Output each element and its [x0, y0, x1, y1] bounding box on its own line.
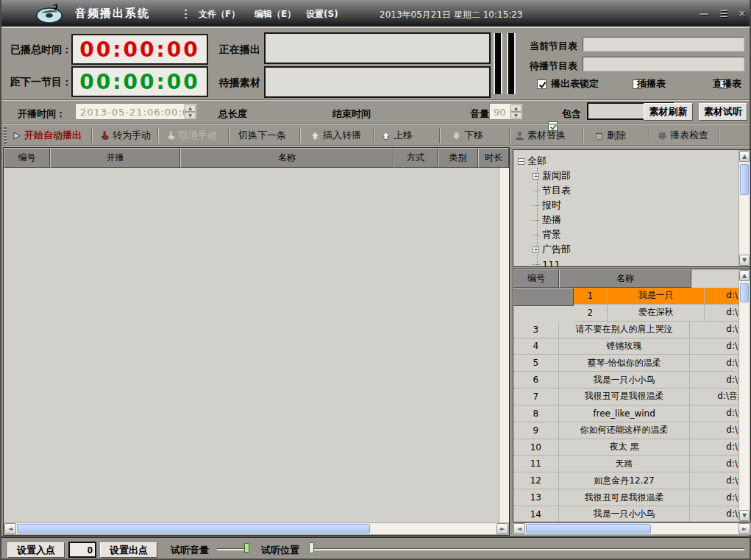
toolbar-button-label: 插入转播 — [323, 129, 361, 142]
scroll-left-icon[interactable]: ◄ — [513, 523, 525, 534]
material-row[interactable]: 12如意金丹12.27d:\音 — [513, 472, 750, 489]
toolbar-button-取消手动[interactable]: 取消手动 — [166, 127, 217, 143]
playlist-hscrollbar[interactable]: ◄ ► — [4, 522, 509, 535]
material-table-body: 1我是一只d:\音2爱在深秋d:\音3请不要在别人的肩上哭泣d:\音4铿锵玫瑰d… — [513, 288, 750, 522]
material-column-编号[interactable]: 编号 — [513, 269, 559, 288]
toolbar-button-插入转播[interactable]: 插入转播 — [310, 127, 361, 143]
toolbar-button-删除[interactable]: 删除 — [594, 127, 626, 143]
material-hscroll-thumb[interactable] — [526, 524, 651, 534]
material-refresh-button[interactable]: 素材刷新 — [644, 103, 693, 121]
scroll-right-icon[interactable]: ► — [738, 523, 750, 534]
start-time-spin-buttons[interactable]: ▲▼ — [185, 104, 196, 118]
tree-item-111[interactable]: 111 — [533, 257, 560, 267]
material-row[interactable]: 9你如何还能这样的温柔d:\音 — [513, 422, 750, 439]
checkbox-播出表锁定[interactable] — [537, 79, 547, 89]
material-vscrollbar[interactable]: ▲ ▼ — [738, 269, 750, 522]
toolbar-button-上移[interactable]: 上移 — [381, 127, 413, 143]
maximize-icon[interactable]: ☰ — [717, 7, 730, 19]
tree-item-垫播[interactable]: 垫播 — [533, 213, 561, 227]
scroll-up-icon[interactable]: ▲ — [739, 151, 750, 162]
material-row[interactable]: 13我很丑可是我很温柔d:\音 — [513, 489, 750, 506]
material-vscroll-thumb[interactable] — [740, 283, 749, 302]
material-column-名称[interactable]: 名称 — [559, 269, 691, 288]
current-playlist-input[interactable] — [583, 37, 744, 52]
checkbox-label: 插播表 — [637, 77, 666, 91]
material-row[interactable]: 10夜太 黑d:\音 — [513, 439, 750, 456]
toolbar-separator — [157, 128, 159, 143]
menu-edit[interactable]: 编辑（E） — [255, 8, 296, 21]
scroll-down-icon[interactable]: ▼ — [739, 510, 750, 521]
material-row[interactable]: 8free_like_windd:\音 — [513, 405, 750, 422]
material-row[interactable]: 1我是一只d:\音 — [574, 288, 750, 305]
material-name: 天路 — [559, 456, 691, 472]
playlist-vscrollbar[interactable] — [499, 168, 509, 522]
minimize-icon[interactable]: — — [697, 7, 711, 19]
material-name: 铿锵玫瑰 — [559, 339, 691, 355]
toolbar-button-开始自动播出[interactable]: 开始自动播出 — [12, 127, 82, 143]
material-row[interactable]: 7我很丑可是我很温柔d:\音频 — [513, 389, 750, 405]
start-time-spinner[interactable]: 2013-05-21:06:00:00 ▲▼ — [75, 103, 197, 120]
total-length-label: 总长度 — [218, 107, 247, 121]
toolbar-button-切换下一条[interactable]: 切换下一条 — [238, 127, 286, 143]
volume-spin-buttons[interactable]: ▲▼ — [510, 104, 522, 118]
material-row[interactable]: 5蔡琴-恰似你的温柔d:\音 — [513, 355, 750, 372]
tree-item-背景[interactable]: 背景 — [533, 227, 561, 242]
tree-vscroll-thumb[interactable] — [740, 164, 749, 195]
scroll-right-icon[interactable]: ► — [496, 523, 508, 534]
volume-spinner[interactable]: 90 ▲▼ — [489, 103, 523, 120]
close-icon[interactable]: ✕ — [736, 7, 749, 19]
material-audition-button[interactable]: 素材试听 — [699, 103, 747, 121]
playlist-hscroll-thumb[interactable] — [17, 524, 370, 534]
material-column-path[interactable] — [513, 288, 574, 306]
scroll-up-icon[interactable]: ▲ — [739, 270, 750, 281]
toolbar-button-素材替换[interactable]: 素材替换 — [515, 127, 566, 143]
pending-playlist-input[interactable] — [583, 57, 744, 71]
playlist-column-开播[interactable]: 开播 — [50, 148, 180, 168]
scroll-down-icon[interactable]: ▼ — [739, 255, 750, 266]
playlist-column-时长[interactable]: 时长 — [478, 148, 509, 168]
playlist-column-类别[interactable]: 类别 — [438, 148, 478, 168]
audition-volume-thumb[interactable] — [244, 543, 249, 553]
material-row[interactable]: 6我是一只小小鸟d:\音 — [513, 372, 750, 389]
tree-vscrollbar[interactable]: ▲ ▼ — [738, 150, 750, 266]
toolbar-button-label: 切换下一条 — [238, 129, 286, 142]
audition-position-thumb[interactable] — [309, 542, 314, 553]
toolbar-button-label: 转为手动 — [113, 129, 151, 142]
app-title: 音频播出系统 — [75, 7, 150, 21]
menu-file[interactable]: 文件（F） — [199, 8, 240, 21]
tree-item-新闻部[interactable]: +新闻部 — [533, 169, 571, 183]
toolbar-button-转为手动[interactable]: 转为手动 — [100, 127, 151, 143]
material-row[interactable]: 14我是一只小小鸟d:\音 — [513, 506, 750, 522]
next-program-display: 00:00:00 — [71, 66, 208, 97]
playlist-column-编号[interactable]: 编号 — [4, 148, 50, 168]
tree-branch-line — [533, 191, 540, 191]
playlist-column-名称[interactable]: 名称 — [180, 148, 394, 168]
expand-icon[interactable]: + — [533, 173, 539, 180]
set-out-point-button[interactable]: 设置出点 — [100, 542, 157, 558]
toolbar-separator — [299, 128, 301, 143]
in-point-input[interactable] — [68, 542, 96, 558]
collapse-icon[interactable]: − — [518, 158, 524, 165]
toolbar-button-下移[interactable]: 下移 — [452, 127, 483, 143]
tree-item-报时[interactable]: 报时 — [533, 198, 561, 213]
tree-item-广告部[interactable]: +广告部 — [533, 242, 571, 257]
material-row[interactable]: 4铿锵玫瑰d:\音 — [513, 339, 750, 355]
material-id: 10 — [513, 439, 559, 456]
audition-position-slider[interactable] — [309, 548, 744, 550]
material-row[interactable]: 3请不要在别人的肩上哭泣d:\音 — [513, 322, 750, 339]
material-row[interactable]: 11天路d:\音 — [513, 456, 750, 472]
material-row[interactable]: 2爱在深秋d:\音 — [574, 305, 750, 322]
playlist-column-方式[interactable]: 方式 — [394, 148, 438, 168]
tree-item-全部[interactable]: −全部 — [518, 154, 547, 169]
material-name: 我是一只 — [608, 288, 705, 304]
material-panel: 编号名称 1我是一只d:\音2爱在深秋d:\音3请不要在别人的肩上哭泣d:\音4… — [513, 269, 751, 522]
expand-icon[interactable]: + — [533, 247, 539, 253]
material-hscrollbar[interactable]: ◄ ► — [513, 522, 751, 535]
toolbar-button-播表检查[interactable]: 播表检查 — [658, 127, 708, 143]
scroll-left-icon[interactable]: ◄ — [4, 523, 16, 534]
set-in-point-button[interactable]: 设置入点 — [7, 542, 65, 558]
tree-item-节目表[interactable]: 节目表 — [533, 183, 571, 198]
menu-settings[interactable]: 设置(S) — [306, 8, 338, 21]
toolbar-grip[interactable] — [4, 127, 7, 143]
playlist-table-body[interactable] — [4, 168, 499, 522]
